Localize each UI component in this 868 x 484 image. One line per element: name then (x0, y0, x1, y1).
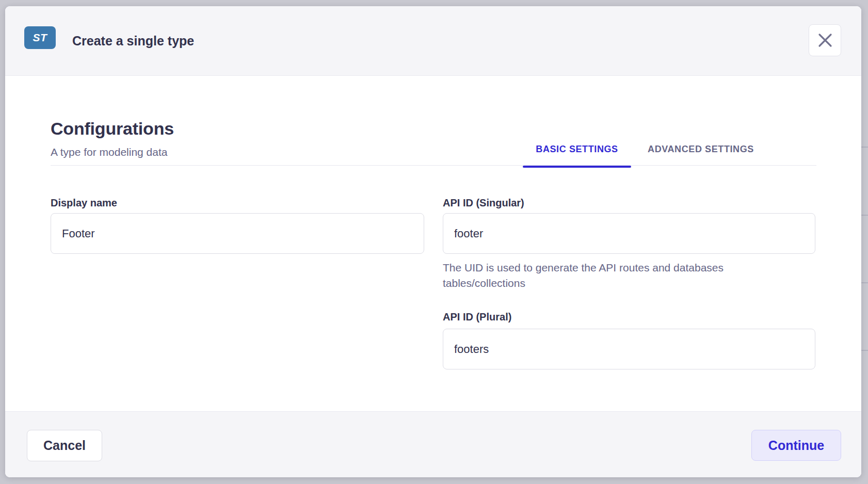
close-button[interactable] (809, 24, 841, 56)
api-id-plural-input[interactable] (443, 329, 815, 369)
modal-footer: Cancel Continue (5, 411, 861, 477)
display-name-input[interactable] (51, 213, 424, 254)
active-tab-underline (523, 166, 631, 168)
modal-header: ST Create a single type (5, 6, 861, 76)
modal-title: Create a single type (72, 6, 194, 76)
single-type-badge-icon: ST (24, 26, 56, 49)
api-id-singular-hint: The UID is used to generate the API rout… (443, 260, 783, 291)
tab-advanced-settings[interactable]: ADVANCED SETTINGS (636, 133, 765, 166)
api-id-plural-label: API ID (Plural) (443, 311, 511, 323)
continue-button[interactable]: Continue (751, 430, 841, 461)
create-single-type-modal: ST Create a single type Configurations A… (5, 6, 861, 477)
section-subheading: A type for modeling data (51, 146, 167, 158)
display-name-label: Display name (51, 197, 117, 209)
screen-backdrop: ST Create a single type Configurations A… (0, 0, 868, 484)
cancel-button[interactable]: Cancel (27, 430, 102, 461)
close-icon (818, 33, 832, 47)
tab-basic-settings-label: BASIC SETTINGS (536, 144, 618, 155)
settings-tabs: BASIC SETTINGS ADVANCED SETTINGS (523, 133, 765, 166)
tab-advanced-settings-label: ADVANCED SETTINGS (648, 144, 754, 155)
api-id-singular-input[interactable] (443, 213, 815, 254)
section-heading: Configurations (51, 119, 174, 139)
single-type-badge-label: ST (33, 31, 47, 44)
api-id-singular-label: API ID (Singular) (443, 197, 524, 209)
tab-basic-settings[interactable]: BASIC SETTINGS (523, 133, 631, 166)
